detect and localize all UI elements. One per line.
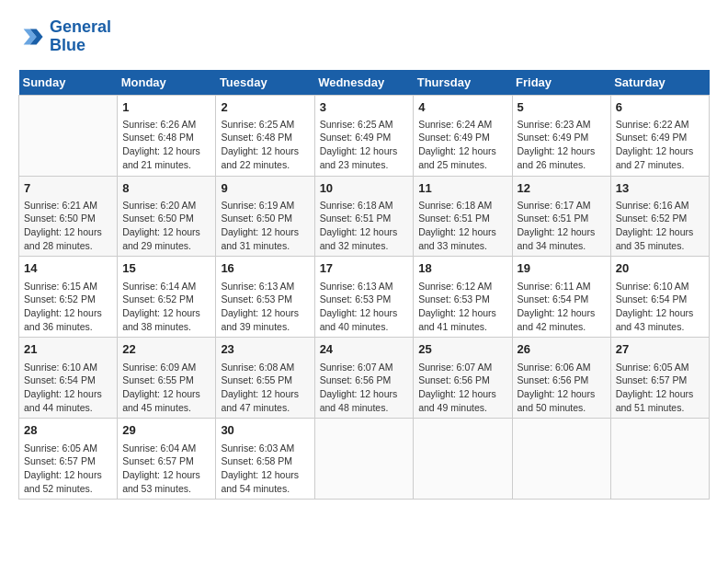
calendar-cell: 22Sunrise: 6:09 AM Sunset: 6:55 PM Dayli…: [118, 338, 216, 419]
day-number: 25: [418, 341, 506, 358]
day-info: Sunrise: 6:12 AM Sunset: 6:53 PM Dayligh…: [418, 280, 506, 334]
calendar-cell: 3Sunrise: 6:25 AM Sunset: 6:49 PM Daylig…: [314, 95, 414, 176]
calendar-cell: 9Sunrise: 6:19 AM Sunset: 6:50 PM Daylig…: [216, 176, 314, 257]
day-number: 3: [320, 99, 409, 116]
day-info: Sunrise: 6:13 AM Sunset: 6:53 PM Dayligh…: [320, 280, 409, 334]
day-number: 15: [122, 260, 210, 277]
calendar-cell: 27Sunrise: 6:05 AM Sunset: 6:57 PM Dayli…: [610, 338, 709, 419]
calendar-cell: 7Sunrise: 6:21 AM Sunset: 6:50 PM Daylig…: [19, 176, 118, 257]
day-info: Sunrise: 6:08 AM Sunset: 6:55 PM Dayligh…: [221, 361, 309, 415]
day-number: 27: [616, 341, 704, 358]
day-number: 30: [221, 422, 309, 439]
page-header: General Blue: [18, 18, 710, 55]
day-info: Sunrise: 6:11 AM Sunset: 6:54 PM Dayligh…: [518, 280, 606, 334]
calendar-cell: 29Sunrise: 6:04 AM Sunset: 6:57 PM Dayli…: [118, 419, 216, 500]
day-info: Sunrise: 6:15 AM Sunset: 6:52 PM Dayligh…: [24, 280, 112, 334]
calendar-cell: 15Sunrise: 6:14 AM Sunset: 6:52 PM Dayli…: [118, 257, 216, 338]
day-number: 7: [24, 180, 112, 197]
calendar-cell: 2Sunrise: 6:25 AM Sunset: 6:48 PM Daylig…: [216, 95, 314, 176]
day-number: 23: [221, 341, 309, 358]
day-info: Sunrise: 6:19 AM Sunset: 6:50 PM Dayligh…: [221, 199, 309, 253]
day-number: 8: [122, 180, 210, 197]
weekday-header-tuesday: Tuesday: [216, 70, 314, 96]
day-number: 20: [616, 260, 704, 277]
day-info: Sunrise: 6:06 AM Sunset: 6:56 PM Dayligh…: [518, 361, 606, 415]
day-info: Sunrise: 6:25 AM Sunset: 6:48 PM Dayligh…: [221, 118, 309, 172]
logo-icon: [18, 24, 44, 50]
calendar-cell: [610, 419, 709, 500]
calendar-cell: 14Sunrise: 6:15 AM Sunset: 6:52 PM Dayli…: [19, 257, 118, 338]
calendar-cell: 24Sunrise: 6:07 AM Sunset: 6:56 PM Dayli…: [314, 338, 414, 419]
day-number: 2: [221, 99, 309, 116]
day-info: Sunrise: 6:18 AM Sunset: 6:51 PM Dayligh…: [320, 199, 409, 253]
calendar-cell: 23Sunrise: 6:08 AM Sunset: 6:55 PM Dayli…: [216, 338, 314, 419]
calendar-week-row: 21Sunrise: 6:10 AM Sunset: 6:54 PM Dayli…: [19, 338, 710, 419]
day-number: 13: [616, 180, 704, 197]
day-number: 4: [418, 99, 506, 116]
day-info: Sunrise: 6:24 AM Sunset: 6:49 PM Dayligh…: [418, 118, 506, 172]
calendar-cell: 4Sunrise: 6:24 AM Sunset: 6:49 PM Daylig…: [414, 95, 512, 176]
day-info: Sunrise: 6:14 AM Sunset: 6:52 PM Dayligh…: [122, 280, 210, 334]
day-number: 24: [320, 341, 409, 358]
day-info: Sunrise: 6:05 AM Sunset: 6:57 PM Dayligh…: [24, 442, 112, 496]
weekday-header-monday: Monday: [118, 70, 216, 96]
day-number: 10: [320, 180, 409, 197]
day-info: Sunrise: 6:20 AM Sunset: 6:50 PM Dayligh…: [122, 199, 210, 253]
calendar-cell: 1Sunrise: 6:26 AM Sunset: 6:48 PM Daylig…: [118, 95, 216, 176]
day-info: Sunrise: 6:07 AM Sunset: 6:56 PM Dayligh…: [320, 361, 409, 415]
calendar-cell: 10Sunrise: 6:18 AM Sunset: 6:51 PM Dayli…: [314, 176, 414, 257]
calendar-week-row: 7Sunrise: 6:21 AM Sunset: 6:50 PM Daylig…: [19, 176, 710, 257]
calendar-cell: 8Sunrise: 6:20 AM Sunset: 6:50 PM Daylig…: [118, 176, 216, 257]
calendar-cell: 28Sunrise: 6:05 AM Sunset: 6:57 PM Dayli…: [19, 419, 118, 500]
logo-text: General Blue: [50, 18, 111, 55]
day-number: 22: [122, 341, 210, 358]
day-info: Sunrise: 6:13 AM Sunset: 6:53 PM Dayligh…: [221, 280, 309, 334]
day-info: Sunrise: 6:25 AM Sunset: 6:49 PM Dayligh…: [320, 118, 409, 172]
day-number: 16: [221, 260, 309, 277]
day-info: Sunrise: 6:10 AM Sunset: 6:54 PM Dayligh…: [24, 361, 112, 415]
calendar-cell: [314, 419, 414, 500]
day-info: Sunrise: 6:07 AM Sunset: 6:56 PM Dayligh…: [418, 361, 506, 415]
day-number: 14: [24, 260, 112, 277]
calendar-cell: 25Sunrise: 6:07 AM Sunset: 6:56 PM Dayli…: [414, 338, 512, 419]
calendar-cell: 19Sunrise: 6:11 AM Sunset: 6:54 PM Dayli…: [512, 257, 610, 338]
day-info: Sunrise: 6:16 AM Sunset: 6:52 PM Dayligh…: [616, 199, 704, 253]
weekday-header-friday: Friday: [512, 70, 610, 96]
calendar-cell: 17Sunrise: 6:13 AM Sunset: 6:53 PM Dayli…: [314, 257, 414, 338]
day-number: 9: [221, 180, 309, 197]
day-number: 26: [518, 341, 606, 358]
calendar-cell: 26Sunrise: 6:06 AM Sunset: 6:56 PM Dayli…: [512, 338, 610, 419]
weekday-header-thursday: Thursday: [414, 70, 512, 96]
day-info: Sunrise: 6:09 AM Sunset: 6:55 PM Dayligh…: [122, 361, 210, 415]
calendar-cell: [414, 419, 512, 500]
calendar-cell: 16Sunrise: 6:13 AM Sunset: 6:53 PM Dayli…: [216, 257, 314, 338]
day-number: 17: [320, 260, 409, 277]
calendar-cell: 21Sunrise: 6:10 AM Sunset: 6:54 PM Dayli…: [19, 338, 118, 419]
day-number: 29: [122, 422, 210, 439]
weekday-header-saturday: Saturday: [610, 70, 709, 96]
calendar-cell: 6Sunrise: 6:22 AM Sunset: 6:49 PM Daylig…: [610, 95, 709, 176]
logo: General Blue: [18, 18, 111, 55]
day-number: 12: [518, 180, 606, 197]
day-info: Sunrise: 6:04 AM Sunset: 6:57 PM Dayligh…: [122, 442, 210, 496]
day-number: 5: [518, 99, 606, 116]
day-info: Sunrise: 6:17 AM Sunset: 6:51 PM Dayligh…: [518, 199, 606, 253]
calendar-cell: 20Sunrise: 6:10 AM Sunset: 6:54 PM Dayli…: [610, 257, 709, 338]
calendar-table: SundayMondayTuesdayWednesdayThursdayFrid…: [18, 70, 710, 500]
day-number: 6: [616, 99, 704, 116]
weekday-header-wednesday: Wednesday: [314, 70, 414, 96]
calendar-cell: 18Sunrise: 6:12 AM Sunset: 6:53 PM Dayli…: [414, 257, 512, 338]
day-number: 1: [122, 99, 210, 116]
day-info: Sunrise: 6:21 AM Sunset: 6:50 PM Dayligh…: [24, 199, 112, 253]
day-number: 18: [418, 260, 506, 277]
day-info: Sunrise: 6:26 AM Sunset: 6:48 PM Dayligh…: [122, 118, 210, 172]
day-info: Sunrise: 6:18 AM Sunset: 6:51 PM Dayligh…: [418, 199, 506, 253]
day-number: 21: [24, 341, 112, 358]
calendar-cell: [19, 95, 118, 176]
calendar-week-row: 28Sunrise: 6:05 AM Sunset: 6:57 PM Dayli…: [19, 419, 710, 500]
calendar-week-row: 1Sunrise: 6:26 AM Sunset: 6:48 PM Daylig…: [19, 95, 710, 176]
calendar-cell: 11Sunrise: 6:18 AM Sunset: 6:51 PM Dayli…: [414, 176, 512, 257]
day-info: Sunrise: 6:10 AM Sunset: 6:54 PM Dayligh…: [616, 280, 704, 334]
day-number: 19: [518, 260, 606, 277]
day-number: 28: [24, 422, 112, 439]
